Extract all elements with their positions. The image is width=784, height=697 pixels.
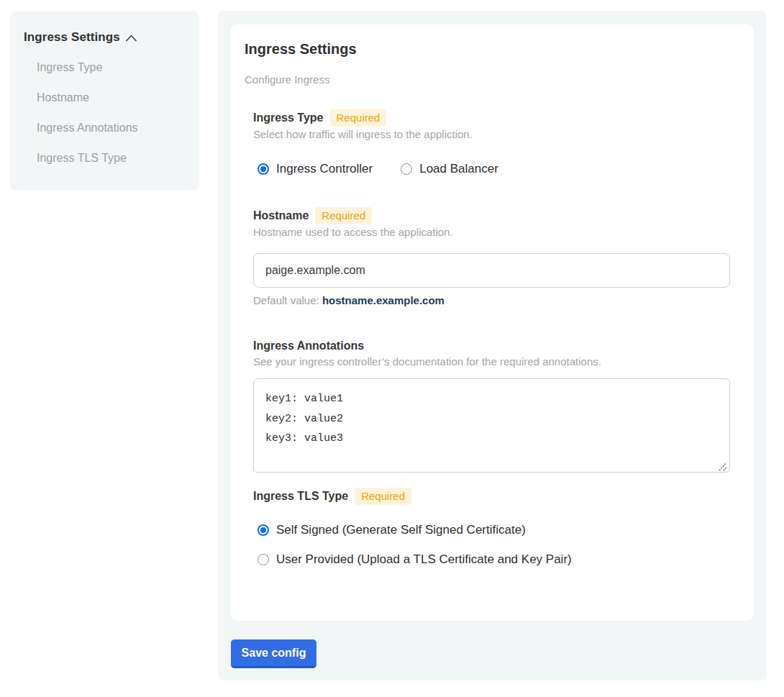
sidebar-item-ingress-annotations[interactable]: Ingress Annotations xyxy=(24,120,186,136)
radio-unselected-icon[interactable] xyxy=(401,163,412,175)
default-value-prefix: Default value: xyxy=(253,294,322,306)
hostname-input[interactable] xyxy=(253,253,730,288)
radio-option-user-provided[interactable]: User Provided (Upload a TLS Certificate … xyxy=(257,552,572,567)
ingress-type-radio-group: Ingress Controller Load Balancer xyxy=(257,161,498,176)
radio-selected-icon[interactable] xyxy=(257,524,269,536)
radio-unselected-icon[interactable] xyxy=(257,554,269,565)
default-value-text: hostname.example.com xyxy=(322,294,445,306)
radio-option-self-signed[interactable]: Self Signed (Generate Self Signed Certif… xyxy=(257,523,526,537)
hostname-label: Hostname xyxy=(253,209,309,222)
ingress-tls-type-required-badge: Required xyxy=(355,488,411,505)
radio-option-label: Ingress Controller xyxy=(276,162,373,176)
config-main-panel: Ingress Settings Configure Ingress Ingre… xyxy=(218,11,767,680)
hostname-required-badge: Required xyxy=(315,207,372,224)
ingress-type-label-row: Ingress Type Required xyxy=(253,109,386,127)
config-nav-sidebar: Ingress Settings Ingress Type Hostname I… xyxy=(10,12,199,191)
sidebar-item-hostname[interactable]: Hostname xyxy=(24,90,186,106)
config-card: Ingress Settings Configure Ingress Ingre… xyxy=(231,24,753,621)
ingress-annotations-label-row: Ingress Annotations xyxy=(253,337,364,355)
sidebar-item-ingress-tls-type[interactable]: Ingress TLS Type xyxy=(24,150,186,166)
sidebar-item-ingress-type[interactable]: Ingress Type xyxy=(24,60,186,76)
hostname-description: Hostname used to access the application. xyxy=(253,225,453,240)
hostname-default-value-line: Default value: hostname.example.com xyxy=(253,293,445,308)
sidebar-item-list: Ingress Type Hostname Ingress Annotation… xyxy=(24,60,186,166)
sidebar-group-title: Ingress Settings xyxy=(24,30,120,45)
ingress-type-description: Select how traffic will ingress to the a… xyxy=(253,127,473,142)
radio-option-ingress-controller[interactable]: Ingress Controller xyxy=(257,162,373,176)
save-config-button[interactable]: Save config xyxy=(231,639,316,668)
sidebar-group-header[interactable]: Ingress Settings xyxy=(24,29,186,45)
radio-option-load-balancer[interactable]: Load Balancer xyxy=(401,162,498,176)
ingress-tls-type-label: Ingress TLS Type xyxy=(253,490,348,503)
ingress-type-required-badge: Required xyxy=(330,109,387,127)
tls-radio-row-user-provided: User Provided (Upload a TLS Certificate … xyxy=(257,552,572,567)
radio-option-label: Self Signed (Generate Self Signed Certif… xyxy=(276,523,526,537)
ingress-annotations-description: See your ingress controller’s documentat… xyxy=(253,355,601,369)
ingress-type-label: Ingress Type xyxy=(253,111,324,124)
radio-option-label: Load Balancer xyxy=(419,162,498,176)
ingress-annotations-textarea[interactable] xyxy=(253,378,730,473)
radio-option-label: User Provided (Upload a TLS Certificate … xyxy=(276,552,572,567)
tls-radio-row-self-signed: Self Signed (Generate Self Signed Certif… xyxy=(257,522,526,537)
page-subtitle: Configure Ingress xyxy=(245,73,329,87)
textarea-resize-handle[interactable] xyxy=(719,461,728,470)
ingress-tls-type-label-row: Ingress TLS Type Required xyxy=(253,488,411,505)
page-title: Ingress Settings xyxy=(245,41,357,58)
chevron-up-icon xyxy=(126,35,137,42)
hostname-label-row: Hostname Required xyxy=(253,207,372,224)
ingress-annotations-label: Ingress Annotations xyxy=(253,340,364,352)
radio-selected-icon[interactable] xyxy=(257,163,269,175)
